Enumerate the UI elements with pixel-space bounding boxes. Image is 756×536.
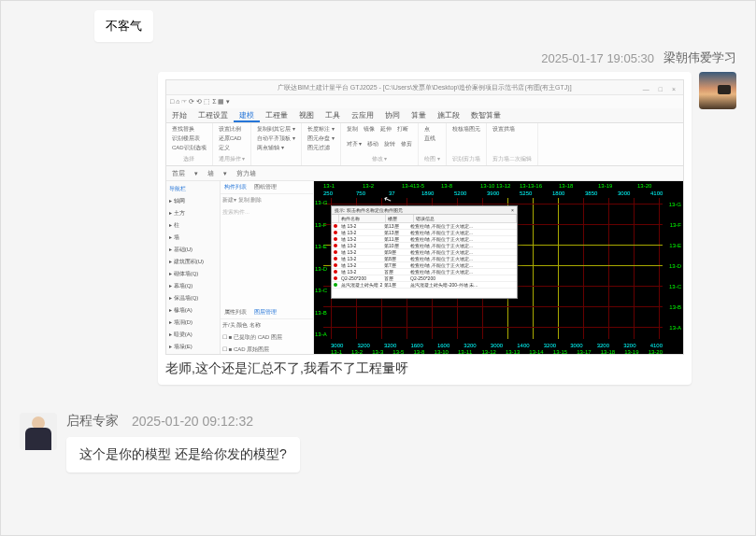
ribbon-tab: 施工段: [432, 108, 465, 122]
error-row: 墙 13-2第10层检查柱/墙,不能位于正火墙定...: [332, 243, 517, 249]
ribbon-tab: 数智算量: [465, 108, 506, 122]
message-2-bubble: 这个是你的模型 还是给你发的模型?: [66, 437, 300, 473]
nav-item: ▸ 暗梁(A): [168, 329, 218, 341]
ribbon-tab: 工程设置: [193, 108, 234, 122]
message-2-username: 启程专家: [66, 413, 119, 430]
error-row: 墙 13-2第13层检查柱/墙,不能位于正火墙定...: [332, 223, 517, 230]
message-1-time: 2025-01-17 19:05:30: [541, 51, 654, 65]
ribbon-tab: 视图: [293, 108, 320, 122]
message-2-header: 启程专家 2025-01-20 09:12:32: [66, 413, 736, 430]
ribbon-tab: 建模: [234, 108, 260, 122]
prev-message-fragment: 不客气: [94, 10, 153, 42]
dialog-title-text: 提示: 双击构件名称定位构件图元: [335, 207, 403, 213]
attached-screenshot[interactable]: 广联达BIM土建计量平台 GTJ2025 - [C:\Users\发票单\Des…: [165, 79, 684, 355]
nav-item: ▸ 保温墙(Q): [168, 292, 218, 304]
nav-item: ▸ 墙垛(E): [168, 341, 218, 353]
dialog-close-icon: ×: [511, 207, 514, 213]
ribbon-tab: 开始: [166, 108, 193, 122]
message-2: 启程专家 2025-01-20 09:12:32 这个是你的模型 还是给你发的模…: [20, 413, 736, 473]
nav-item: ▸ 轴网: [168, 195, 218, 207]
nav-item: ▸ 基础(U): [168, 244, 218, 256]
error-row: Q2-250*200首层Q2-250*200: [332, 275, 517, 282]
ribbon-bar: 查找替换识别楼层表CAD识别选项选择 设置比例还原CAD定义通用操作 ▾ 复制到…: [166, 123, 683, 166]
message-1: 广联达BIM土建计量平台 GTJ2025 - [C:\Users\发票单\Des…: [20, 72, 736, 385]
app-title-text: 广联达BIM土建计量平台 GTJ2025 - [C:\Users\发票单\Des…: [278, 84, 571, 91]
message-2-time: 2025-01-20 09:12:32: [132, 414, 253, 429]
nav-item: ▸ 柱: [168, 219, 218, 232]
ribbon-tab: 协同: [379, 108, 406, 122]
nav-item: ▸ 幕墙(Q): [168, 280, 218, 292]
quick-access-toolbar: □ ⌂ ☞ ⟳ ⟲ ⬚ Σ ▦ ▾: [166, 95, 683, 108]
error-row: 墙 13-2第7层检查柱/墙,不能位于正火墙定...: [332, 262, 517, 269]
app-titlebar: 广联达BIM土建计量平台 GTJ2025 - [C:\Users\发票单\Des…: [166, 80, 683, 95]
error-row: 墙 13-2第13层检查柱/墙,不能位于正火墙定...: [332, 230, 517, 236]
message-2-avatar[interactable]: [20, 413, 57, 450]
drawing-canvas: 13-113-213-413-513-813-10 13-1213-13-161…: [314, 181, 683, 355]
ribbon-tab: 算量: [406, 108, 432, 122]
error-row: 墙 13-2第8层检查柱/墙,不能位于正火墙定...: [332, 256, 517, 262]
nav-item: ▸ 建筑面积(U): [168, 256, 218, 268]
nav-item: ▸ 椽墙(A): [168, 304, 218, 317]
nav-item: ▸ 墙: [168, 232, 218, 244]
context-bar: 首层 ▾ 墙 ▾ 剪力墙: [166, 166, 683, 181]
message-1-username: 梁朝伟爱学习: [663, 49, 736, 66]
ribbon-tab: 工程量: [260, 108, 293, 122]
ribbon-tabs: 开始工程设置建模工程量视图工具云应用协同算量施工段数智算量: [166, 108, 683, 123]
nav-panel: 导航栏 ▸ 轴网▸ 土方▸ 柱▸ 墙▸ 基础(U)▸ 建筑面积(U)▸ 砌体墙(…: [166, 181, 221, 355]
nav-item: ▸ 压顶(YD): [168, 353, 218, 355]
nav-item: ▸ 土方: [168, 207, 218, 219]
error-row: 墙 13-2第9层检查柱/墙,不能位于正火墙定...: [332, 249, 517, 256]
ribbon-tab: 工具: [320, 108, 346, 122]
prev-message-text: 不客气: [106, 19, 142, 33]
nav-item: ▸ 墙洞(D): [168, 317, 218, 329]
component-panel: 构件列表 图纸管理 新建▾ 复制 删除 搜索构件... 属性列表 图层管理 开/…: [221, 181, 314, 355]
error-row: 墙 13-2第11层检查柱/墙,不能位于正火墙定...: [332, 236, 517, 243]
message-1-avatar[interactable]: [699, 72, 736, 109]
error-row: 墙 13-2首层检查柱/墙,不能位于正火墙定...: [332, 269, 517, 275]
nav-item: ▸ 砌体墙(Q): [168, 268, 218, 280]
error-dialog: 提示: 双击构件名称定位构件图元 × 构件名称 楼层 错误信息 墙 13-2第1…: [331, 205, 518, 299]
message-1-bubble: 广联达BIM土建计量平台 GTJ2025 - [C:\Users\发票单\Des…: [158, 72, 692, 385]
error-row: 蒸汽混凝土砖头暗 200-外墙第1层蒸汽混凝土砖头暗-200-外墙 未...: [332, 282, 517, 289]
window-controls: — □ ×: [643, 82, 679, 97]
message-2-text: 这个是你的模型 还是给你发的模型?: [79, 446, 287, 461]
message-1-text: 老师,这个还是汇总不了,我看不了工程量呀: [165, 360, 684, 377]
ribbon-tab: 云应用: [346, 108, 379, 122]
message-1-header: 2025-01-17 19:05:30 梁朝伟爱学习: [20, 49, 736, 66]
